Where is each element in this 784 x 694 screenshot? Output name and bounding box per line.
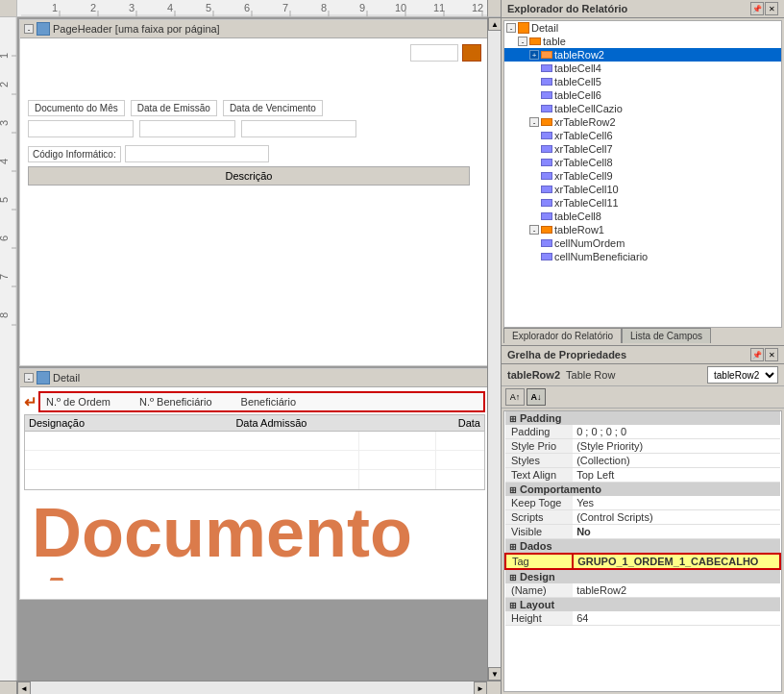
props-table: ⊞Padding Padding 0 ; 0 ; 0 ; 0 Style Pri…	[503, 410, 782, 692]
props-val-textalign[interactable]: Top Left	[573, 468, 780, 483]
props-val-styleprio[interactable]: (Style Priority)	[573, 439, 780, 454]
props-val-keeptoge[interactable]: Yes	[573, 496, 780, 510]
props-key-textalign: Text Align	[505, 468, 573, 483]
svg-text:7: 7	[0, 274, 10, 280]
tree-item-detail[interactable]: - Detail	[504, 21, 781, 35]
tree-item-tablecell6[interactable]: tableCell6	[504, 88, 781, 102]
arrow-indicator: ↵	[24, 393, 37, 411]
props-sort-az-btn[interactable]: A↑	[505, 388, 525, 406]
detail-icon	[37, 371, 50, 384]
props-object-selector[interactable]: tableRow2	[707, 366, 778, 384]
designacao-col: Designação	[29, 417, 85, 429]
svg-text:1: 1	[0, 53, 10, 59]
props-key-styles: Styles	[505, 454, 573, 468]
descricao-button[interactable]: Descrição	[28, 166, 470, 186]
properties-panel: Grelha de Propriedades 📌 ✕ tableRow2 Tab…	[502, 346, 784, 694]
svg-text:5: 5	[206, 2, 211, 13]
props-key-height: Height	[505, 611, 573, 626]
vertical-ruler: 1 2 3 4 5 6 7 8	[0, 17, 17, 681]
props-val-styles[interactable]: (Collection)	[573, 454, 780, 468]
props-close-btn[interactable]: ✕	[765, 348, 778, 361]
svg-text:11: 11	[433, 2, 445, 13]
explorer-pin-btn[interactable]: 📌	[750, 2, 764, 15]
props-object-name: tableRow2	[507, 369, 560, 381]
svg-text:8: 8	[0, 312, 10, 318]
svg-text:12: 12	[472, 2, 483, 13]
svg-text:9: 9	[359, 2, 365, 13]
svg-text:4: 4	[167, 2, 173, 13]
data-vencimento-label: Data de Vencimento	[223, 100, 323, 116]
svg-text:6: 6	[244, 2, 250, 13]
horizontal-ruler: 1 2 3 4 5 6 7 8 9 10 11 12	[21, 1, 487, 16]
explorer-title-bar: Explorador do Relatório 📌 ✕	[502, 0, 784, 18]
tree-item-xrtablecell8[interactable]: xrTableCell8	[504, 156, 781, 169]
tree-item-tablerow1[interactable]: - tableRow1	[504, 223, 781, 236]
props-pin-btn[interactable]: 📌	[750, 348, 764, 361]
tree-item-tablecell5[interactable]: tableCell5	[504, 75, 781, 88]
props-key-keeptoge: Keep Toge	[505, 496, 573, 510]
tree-label-detail: Detail	[531, 22, 558, 34]
page-header-label: PageHeader [uma faixa por página]	[53, 23, 220, 35]
explorer-close-btn[interactable]: ✕	[765, 2, 778, 15]
tree-item-xrtablecell9[interactable]: xrTableCell9	[504, 169, 781, 183]
tree-item-xrtablecell6[interactable]: xrTableCell6	[504, 129, 781, 142]
props-val-height[interactable]: 64	[573, 611, 780, 626]
props-group-padding: ⊞Padding	[505, 411, 780, 425]
props-val-padding[interactable]: 0 ; 0 ; 0 ; 0	[573, 425, 780, 439]
props-val-name[interactable]: tableRow2	[573, 583, 780, 598]
col1-header: N.º de Ordem	[46, 396, 110, 408]
data-emissao-label: Data de Emissão	[131, 100, 217, 116]
tree-item-xrtablerow2[interactable]: - xrTableRow2	[504, 115, 781, 129]
tree-view[interactable]: - Detail - table + tableRow2	[503, 20, 782, 328]
tree-item-tablecell8[interactable]: tableCell8	[504, 210, 781, 223]
svg-text:3: 3	[129, 2, 135, 13]
tree-item-xrtablecell7[interactable]: xrTableCell7	[504, 142, 781, 156]
tab-lista-campos[interactable]: Lista de Campos	[622, 328, 711, 343]
svg-text:2: 2	[0, 82, 10, 87]
page-header-title-bar: - PageHeader [uma faixa por página]	[20, 20, 487, 38]
page-header-section: - PageHeader [uma faixa por página]	[19, 19, 487, 366]
col2-header: N.º Beneficiário	[139, 396, 212, 408]
detail-label: Detail	[53, 372, 80, 384]
svg-text:3: 3	[0, 120, 10, 126]
col3-header: Beneficiário	[241, 396, 296, 408]
tree-label-tablerow2: tableRow2	[554, 49, 604, 61]
tree-item-tablecellcazio[interactable]: tableCellCazio	[504, 102, 781, 115]
tab-explorador[interactable]: Explorador do Relatório	[503, 328, 622, 343]
props-group-comportamento: ⊞Comportamento	[505, 483, 780, 497]
props-object-type: Table Row	[566, 369, 615, 381]
props-object-bar: tableRow2 Table Row tableRow2	[502, 364, 784, 386]
props-key-styleprio: Style Prio	[505, 439, 573, 454]
props-key-padding: Padding	[505, 425, 573, 439]
tree-item-tablerow2[interactable]: + tableRow2	[504, 48, 781, 62]
detail-section: - Detail ↵	[19, 368, 487, 600]
detail-expand-btn[interactable]: -	[24, 373, 34, 383]
tree-item-xrtablecell11[interactable]: xrTableCell11	[504, 196, 781, 210]
svg-text:2: 2	[90, 2, 96, 13]
documento-mes-label: Documento do Mês	[28, 100, 125, 116]
svg-text:8: 8	[321, 2, 327, 13]
tree-item-table[interactable]: - table	[504, 35, 781, 48]
props-group-dados: ⊞Dados	[505, 539, 780, 555]
tree-item-xrtablecell10[interactable]: xrTableCell10	[504, 183, 781, 196]
props-key-visible: Visible	[505, 525, 573, 539]
table-header-row: N.º de Ordem N.º Beneficiário Beneficiár…	[38, 391, 485, 412]
section-expand-btn[interactable]: -	[24, 24, 34, 34]
codigo-label: Código Informático:	[28, 146, 121, 162]
tree-item-cellnumordem[interactable]: cellNumOrdem	[504, 236, 781, 250]
props-val-tag[interactable]: GRUPO_1_ORDEM_1_CABECALHO	[573, 554, 780, 569]
tree-item-tablecell4[interactable]: tableCell4	[504, 62, 781, 75]
props-val-visible[interactable]: No	[573, 525, 780, 539]
svg-text:7: 7	[282, 2, 288, 13]
svg-text:10: 10	[395, 2, 406, 13]
svg-text:6: 6	[0, 235, 10, 241]
props-sort-za-btn[interactable]: A↓	[527, 388, 546, 406]
props-val-scripts[interactable]: (Control Scripts)	[573, 510, 780, 525]
tree-item-cellnumbeneficiario[interactable]: cellNumBeneficiario	[504, 250, 781, 263]
design-surface: - PageHeader [uma faixa por página]	[19, 19, 485, 600]
explorer-title: Explorador do Relatório	[507, 3, 627, 14]
props-key-tag: Tag	[505, 554, 573, 569]
detail-title-bar: - Detail	[20, 369, 487, 387]
tree-label-table: table	[543, 36, 566, 47]
props-key-name: (Name)	[505, 583, 573, 598]
